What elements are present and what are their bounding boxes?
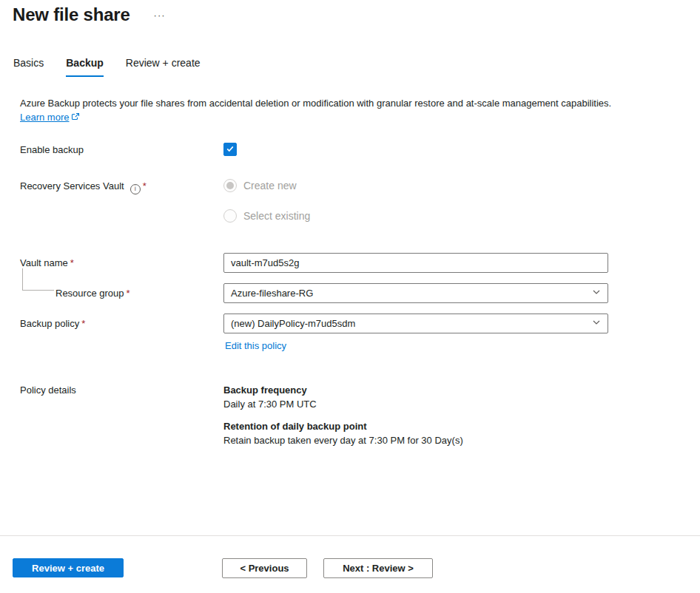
previous-button[interactable]: < Previous: [222, 558, 307, 578]
vault-name-label: Vault name*: [20, 253, 223, 268]
tab-bar: Basics Backup Review + create: [13, 57, 700, 77]
policy-details-label: Policy details: [20, 383, 223, 396]
enable-backup-label: Enable backup: [20, 143, 223, 155]
required-asterisk: *: [81, 318, 85, 329]
review-create-button[interactable]: Review + create: [13, 558, 124, 577]
vault-group: Vault name* Resource group* Azure-filesh…: [20, 253, 700, 303]
backup-description-text: Azure Backup protects your file shares f…: [20, 98, 611, 109]
required-asterisk: *: [143, 180, 147, 192]
resource-group-connector-line: [22, 268, 54, 291]
tab-basics[interactable]: Basics: [13, 57, 44, 77]
resource-group-value: Azure-fileshare-RG: [231, 288, 313, 299]
radio-select-existing[interactable]: Select existing: [223, 209, 608, 223]
backup-form: Enable backup Recovery Services Vaulti* …: [20, 143, 700, 455]
backup-frequency-heading: Backup frequency: [223, 383, 608, 397]
info-icon[interactable]: i: [130, 184, 141, 194]
backup-policy-label: Backup policy*: [20, 314, 223, 329]
more-options-icon[interactable]: ···: [154, 10, 166, 20]
external-link-icon: [71, 112, 80, 123]
radio-selected-icon: [223, 179, 237, 192]
backup-description: Azure Backup protects your file shares f…: [20, 96, 621, 125]
page-title: New file share: [13, 4, 130, 25]
backup-frequency-block: Backup frequency Daily at 7:30 PM UTC: [223, 383, 608, 411]
new-file-share-panel: New file share ··· Basics Backup Review …: [0, 0, 700, 593]
backup-policy-value: (new) DailyPolicy-m7ud5sdm: [231, 318, 355, 329]
resource-group-row: Resource group* Azure-fileshare-RG: [20, 283, 700, 303]
backup-policy-row: Backup policy* (new) DailyPolicy-m7ud5sd…: [20, 314, 700, 351]
chevron-down-icon: [592, 318, 601, 329]
policy-details-row: Policy details Backup frequency Daily at…: [20, 383, 700, 455]
radio-unselected-icon: [223, 209, 237, 223]
resource-group-dropdown[interactable]: Azure-fileshare-RG: [223, 283, 608, 303]
footer-divider: [0, 535, 700, 536]
recovery-services-vault-row: Recovery Services Vaulti* Create new Sel…: [20, 179, 700, 240]
tab-review-create[interactable]: Review + create: [126, 57, 201, 77]
next-review-button[interactable]: Next : Review >: [323, 558, 433, 578]
tab-backup[interactable]: Backup: [66, 57, 104, 77]
required-asterisk: *: [127, 288, 130, 299]
chevron-down-icon: [592, 288, 601, 299]
vault-name-row: Vault name*: [20, 253, 700, 273]
retention-block: Retention of daily backup point Retain b…: [223, 419, 608, 447]
enable-backup-checkbox[interactable]: [223, 143, 237, 156]
radio-create-new-label: Create new: [243, 180, 297, 192]
required-asterisk: *: [70, 257, 74, 268]
retention-text: Retain backup taken every day at 7:30 PM…: [223, 433, 608, 447]
vault-name-input[interactable]: [223, 253, 608, 273]
radio-create-new[interactable]: Create new: [223, 179, 608, 192]
edit-policy-link[interactable]: Edit this policy: [225, 340, 286, 351]
learn-more-link[interactable]: Learn more: [20, 112, 69, 123]
backup-frequency-text: Daily at 7:30 PM UTC: [223, 397, 608, 411]
backup-policy-dropdown[interactable]: (new) DailyPolicy-m7ud5sdm: [223, 314, 608, 333]
radio-select-existing-label: Select existing: [243, 210, 310, 222]
retention-heading: Retention of daily backup point: [223, 419, 608, 433]
recovery-services-vault-label: Recovery Services Vaulti*: [20, 179, 223, 194]
checkmark-icon: [226, 144, 235, 155]
title-row: New file share ···: [0, 0, 700, 25]
enable-backup-row: Enable backup: [20, 143, 700, 156]
